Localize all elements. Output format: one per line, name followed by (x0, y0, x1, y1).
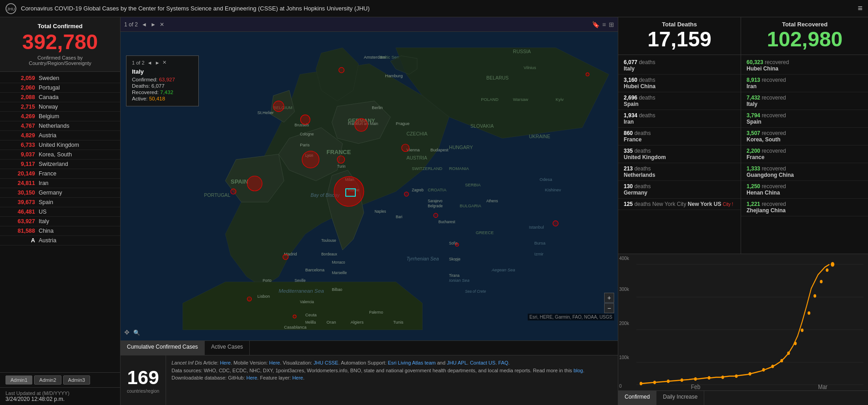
left-panel: Total Confirmed 392,780 Confirmed Cases … (0, 17, 121, 405)
popup-confirmed: Confirmed: 63,927 (132, 77, 193, 82)
country-list-item[interactable]: 63,927Italy (0, 217, 120, 226)
article-link[interactable]: Here (220, 360, 231, 365)
pan-icon[interactable]: ✥ (124, 329, 130, 336)
svg-text:Feb: Feb (691, 383, 701, 390)
header-left: JHU Coronavirus COVID-19 Global Cases by… (5, 3, 370, 14)
y-label-300k: 300k (619, 287, 629, 292)
country-list-item[interactable]: 4,269Belgium (0, 112, 120, 121)
svg-point-95 (553, 221, 558, 226)
svg-point-120 (801, 329, 803, 332)
tab-active-cases[interactable]: Active Cases (205, 341, 250, 355)
deaths-stat-label: deaths (634, 148, 651, 154)
svg-text:Algiers: Algiers (351, 320, 364, 325)
country-list-item[interactable]: 2,060Portugal (0, 83, 120, 93)
admin1-button[interactable]: Admin1 (5, 375, 32, 385)
svg-text:Paris: Paris (300, 143, 310, 147)
deaths-number: 17,159 (624, 28, 735, 51)
country-list-item[interactable]: 4,767Netherlands (0, 121, 120, 131)
map-next-icon[interactable]: ► (151, 21, 156, 28)
country-list-item[interactable]: 30,150Germany (0, 188, 120, 198)
deaths-count: 125 (624, 201, 633, 207)
map-area[interactable]: 1 of 2 ◄ ► ✕ 🔖 ≡ ⊞ (121, 17, 618, 355)
map-prev-icon[interactable]: ◄ (141, 21, 147, 28)
deaths-panel: Total Deaths 17,159 6,077 deathsItaly3,1… (618, 17, 741, 254)
admin3-button[interactable]: Admin3 (63, 375, 90, 385)
country-count: 2,059 (5, 75, 35, 81)
blog-link[interactable]: blog (574, 368, 583, 373)
popup-prev[interactable]: ◄ (147, 60, 152, 65)
bookmark-icon[interactable]: 🔖 (592, 21, 600, 28)
popup-recovered-value: 7,432 (160, 90, 173, 95)
country-list-item[interactable]: 4,829Austria (0, 131, 120, 140)
svg-point-88 (231, 189, 236, 194)
svg-text:FRANCE: FRANCE (327, 149, 351, 155)
svg-text:Mediterranean Sea: Mediterranean Sea (278, 288, 324, 294)
app-header: JHU Coronavirus COVID-19 Global Cases by… (0, 0, 868, 17)
svg-text:Toulouse: Toulouse (321, 239, 336, 243)
country-count: 81,588 (5, 228, 35, 234)
tab-cumulative-confirmed[interactable]: Cumulative Confirmed Cases (121, 341, 205, 355)
chart-tab-confirmed[interactable]: Confirmed (618, 391, 656, 405)
faq-link[interactable]: FAQ (498, 360, 508, 365)
svg-text:POLAND: POLAND (481, 97, 499, 102)
svg-point-82 (247, 176, 262, 191)
recovered-region: Korea, South (747, 136, 781, 143)
popup-next[interactable]: ► (155, 60, 160, 65)
jhu-apl-link[interactable]: JHU APL (447, 360, 467, 365)
map-close-icon[interactable]: ✕ (160, 21, 164, 28)
esri-link[interactable]: Esri Living Atlas team (388, 360, 436, 365)
map-container[interactable]: FRANCE GERMANY CZECHIA SPAIN PORTUGAL AU… (121, 32, 618, 340)
svg-point-91 (339, 67, 344, 73)
svg-text:Seville: Seville (295, 279, 306, 283)
country-list-item[interactable]: 2,088Canada (0, 93, 120, 102)
deaths-stat-label: deaths (639, 59, 655, 65)
grid-icon[interactable]: ⊞ (609, 21, 614, 28)
deaths-list-item: 130 deathsGermany (618, 181, 741, 199)
search-icon[interactable]: 🔍 (133, 330, 140, 336)
recovered-count: 1,250 (747, 183, 760, 190)
recovered-stat-label: recovered (762, 77, 786, 83)
recovered-stat-label: recovered (762, 165, 786, 172)
country-list-item[interactable]: 9,037Korea, South (0, 150, 120, 160)
country-list-item[interactable]: 81,588China (0, 226, 120, 236)
deaths-count: 1,934 (624, 112, 637, 119)
bottom-text: Lancet Inf Dis Article: Here. Mobile Ver… (166, 355, 618, 405)
github-link[interactable]: Here (247, 375, 257, 380)
svg-point-113 (735, 375, 738, 378)
recovered-list[interactable]: 60,323 recoveredHubei China8,913 recover… (741, 55, 868, 254)
svg-text:SLOVAKIA: SLOVAKIA (470, 123, 494, 129)
deaths-stat-label: deaths (634, 130, 651, 136)
menu-icon[interactable]: ≡ (858, 4, 863, 13)
country-list[interactable]: 2,059Sweden2,060Portugal2,088Canada2,715… (0, 72, 120, 372)
country-list-item[interactable]: 24,811Iran (0, 179, 120, 188)
svg-point-80 (334, 176, 364, 206)
country-list-item[interactable]: 20,149France (0, 169, 120, 179)
zoom-in-button[interactable]: + (604, 293, 614, 303)
zoom-out-button[interactable]: − (604, 303, 614, 313)
bottom-bar: 169 countries/region Lancet Inf Dis Arti… (121, 355, 618, 405)
popup-close[interactable]: ✕ (162, 60, 167, 65)
contact-link[interactable]: Contact US (470, 360, 495, 365)
admin2-button[interactable]: Admin2 (34, 375, 61, 385)
country-list-item[interactable]: 9,117Switzerland (0, 160, 120, 169)
svg-text:St.Helier: St.Helier (257, 110, 274, 115)
country-list-item[interactable]: 6,733United Kingdom (0, 140, 120, 150)
list-icon[interactable]: ≡ (602, 21, 606, 28)
country-list-item[interactable]: 2,059Sweden (0, 74, 120, 83)
mobile-link[interactable]: Here (269, 360, 280, 365)
svg-point-93 (434, 213, 438, 217)
deaths-list[interactable]: 6,077 deathsItaly3,160 deathsHubei China… (618, 55, 741, 254)
deaths-city: New York City (652, 201, 686, 207)
deaths-count: 213 (624, 165, 633, 172)
chart-tabs: Confirmed Daily Increase (618, 390, 868, 405)
country-list-item[interactable]: 2,715Norway (0, 102, 120, 112)
feature-link[interactable]: Here (292, 375, 303, 380)
deaths-region: France (624, 136, 641, 143)
chart-tab-daily-increase[interactable]: Daily Increase (656, 391, 704, 405)
country-list-item[interactable]: 39,673Spain (0, 198, 120, 207)
confirmed-subtitle: Confirmed Cases byCountry/Region/Soverei… (5, 55, 115, 66)
country-list-item[interactable]: 46,481US (0, 207, 120, 217)
recovered-region: France (747, 154, 764, 160)
svg-text:Bari: Bari (396, 215, 403, 219)
jhu-link[interactable]: JHU CSSE (313, 360, 338, 365)
